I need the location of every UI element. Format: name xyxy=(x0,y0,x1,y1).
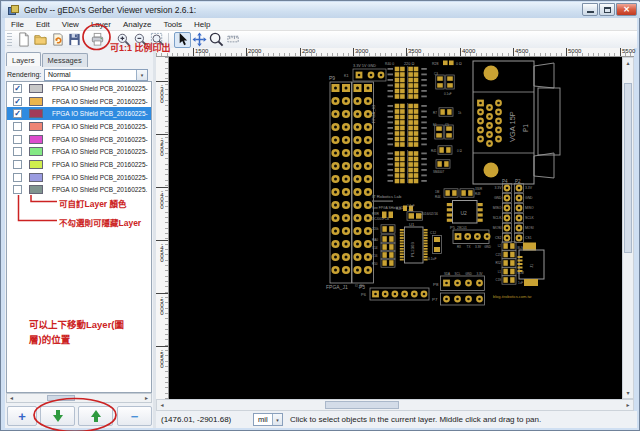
layer-color-swatch[interactable] xyxy=(29,109,43,118)
open-button[interactable] xyxy=(32,32,49,48)
layer-color-swatch[interactable] xyxy=(29,147,43,156)
minimize-button[interactable] xyxy=(582,3,598,16)
move-layer-down-button[interactable] xyxy=(40,406,75,426)
scroll-left-icon[interactable]: ◂ xyxy=(7,394,16,402)
layer-checkbox[interactable] xyxy=(13,135,22,144)
pin-label: GND xyxy=(525,196,533,200)
silkscreen-u1-chip: PL2303 xyxy=(410,242,415,257)
rendering-select[interactable]: Normal ▾ xyxy=(44,69,148,81)
menu-file[interactable]: File xyxy=(5,20,30,29)
layer-row[interactable]: FPGA IO Shield PCB_20160225- xyxy=(7,158,151,171)
ref-label: R48 xyxy=(475,192,481,196)
new-button[interactable] xyxy=(15,32,32,48)
measure-tool-button[interactable] xyxy=(225,32,242,48)
pin-label: CS2 xyxy=(495,236,502,240)
zoom-tool-button[interactable] xyxy=(208,32,225,48)
canvas-hscrollbar[interactable]: ◂ ▸ xyxy=(156,399,634,411)
menu-layer[interactable]: Layer xyxy=(85,20,117,29)
silkscreen-fpga-io: FPGA_IO xyxy=(371,104,376,123)
tab-messages[interactable]: Messages xyxy=(42,53,88,67)
scrollbar-thumb[interactable] xyxy=(47,395,75,401)
ref-label: L2 xyxy=(498,244,502,248)
scroll-down-icon[interactable]: ▾ xyxy=(623,388,633,398)
canvas-vscrollbar[interactable]: ▴ ▾ xyxy=(622,57,634,399)
gerber-canvas[interactable]: P9 FPGA_IO FPGA_J1 P3 3.3V 5V GND K1 R40… xyxy=(169,57,622,399)
layer-label: FPGA IO Shield PCB_20160225- xyxy=(52,85,148,92)
layer-row[interactable]: FPGA IO Shield PCB_20160225. xyxy=(7,184,151,197)
silkscreen-d1: SM4007 xyxy=(433,170,445,174)
ref-label: C14 xyxy=(372,246,378,250)
discrete-components: C3 0.1uF R7 1k E1 C5 R41 0 Ω SM4007 xyxy=(431,72,463,174)
menu-view[interactable]: View xyxy=(56,20,85,29)
save-button[interactable] xyxy=(66,32,83,48)
vga-connector: VGA 15P P1 xyxy=(473,61,560,184)
scroll-up-icon[interactable]: ▴ xyxy=(623,58,633,68)
layer-checkbox[interactable]: ✓ xyxy=(13,109,22,118)
scroll-left-icon[interactable]: ◂ xyxy=(157,400,167,410)
pin-label: MISO xyxy=(525,206,534,210)
menu-tools[interactable]: Tools xyxy=(157,20,188,29)
menu-edit[interactable]: Edit xyxy=(30,20,56,29)
ruler-tick-label: 3000 xyxy=(355,48,368,54)
menu-help[interactable]: Help xyxy=(188,20,216,29)
layer-color-swatch[interactable] xyxy=(29,185,43,194)
layer-checkbox[interactable] xyxy=(13,185,22,194)
ref-label: 330R xyxy=(475,187,483,191)
open-folder-icon xyxy=(33,32,48,47)
ref-label: RA0 xyxy=(372,238,378,242)
move-layer-up-button[interactable] xyxy=(78,406,113,426)
layer-checkbox[interactable]: ✓ xyxy=(13,97,22,106)
layer-checkbox[interactable] xyxy=(13,122,22,131)
ruler-tick-label: -3000 xyxy=(157,82,167,102)
pin-label: 3.3V xyxy=(476,272,482,276)
app-icon xyxy=(8,5,19,16)
menu-analyze[interactable]: Analyze xyxy=(117,20,157,29)
add-layer-button[interactable]: + xyxy=(7,406,37,426)
scrollbar-thumb[interactable] xyxy=(624,83,632,253)
layer-checkbox[interactable] xyxy=(13,160,22,169)
remove-layer-button[interactable]: − xyxy=(117,406,152,426)
layer-row[interactable]: ✓FPGA IO Shield PCB_20160225- xyxy=(7,82,151,95)
close-button[interactable]: ✕ xyxy=(616,3,637,16)
layer-row[interactable]: ✓FPGA IO Shield PCB_20160225- xyxy=(7,95,151,108)
scroll-right-icon[interactable]: ▸ xyxy=(623,400,633,410)
scroll-right-icon[interactable]: ▸ xyxy=(142,394,151,402)
layer-checkbox[interactable]: ✓ xyxy=(13,84,22,93)
layer-row[interactable]: FPGA IO Shield PCB_20160225- xyxy=(7,171,151,184)
ruler-tick-label: -5500 xyxy=(157,347,167,367)
pan-tool-button[interactable] xyxy=(191,32,208,48)
tab-layers[interactable]: Layers xyxy=(6,52,41,66)
layer-color-swatch[interactable] xyxy=(29,173,43,182)
ref-label: C12 xyxy=(430,231,436,235)
layer-row[interactable]: FPGA IO Shield PCB_20160225- xyxy=(7,133,151,146)
revert-icon xyxy=(50,32,65,47)
layer-color-swatch[interactable] xyxy=(29,97,43,106)
layer-color-swatch[interactable] xyxy=(29,122,43,131)
layer-row[interactable]: FPGA IO Shield PCB_20160225- xyxy=(7,120,151,133)
layer-color-swatch[interactable] xyxy=(29,160,43,169)
layer-label: FPGA IO Shield PCB_20160225- xyxy=(52,123,148,130)
silkscreen-p1: P1 xyxy=(522,124,529,132)
up-arrow-icon xyxy=(91,410,101,422)
layer-checkbox[interactable] xyxy=(13,147,22,156)
layer-color-swatch[interactable] xyxy=(29,135,43,144)
toolbar-grip[interactable] xyxy=(7,33,12,46)
title-bar[interactable]: Gerbv -- gEDA's Gerber Viewer version 2.… xyxy=(2,2,640,18)
scrollbar-thumb[interactable] xyxy=(325,401,399,409)
layer-list-hscrollbar[interactable]: ◂ ▸ xyxy=(6,393,152,403)
silkscreen-pwr: 3.3V 5V GND xyxy=(353,64,376,68)
minus-icon: − xyxy=(131,410,139,423)
layer-color-swatch[interactable] xyxy=(29,84,43,93)
print-button[interactable] xyxy=(89,32,106,48)
move-layer-note-line1: 可以上下移動Layer(圖 xyxy=(29,317,124,331)
pin-label: SCLK xyxy=(525,216,535,220)
maximize-button[interactable] xyxy=(599,3,615,16)
panel-tabs: Layers Messages xyxy=(6,53,89,67)
revert-button[interactable] xyxy=(49,32,66,48)
pointer-tool-button[interactable] xyxy=(174,32,191,48)
units-select[interactable]: mil ▾ xyxy=(253,413,283,426)
layer-label: FPGA IO Shield PCB_20160225. xyxy=(52,186,147,193)
layer-row-selected[interactable]: ✓FPGA IO Shield PCB_20160225- xyxy=(7,107,151,120)
layer-row[interactable]: FPGA IO Shield PCB_20160225- xyxy=(7,145,151,158)
layer-checkbox[interactable] xyxy=(13,173,22,182)
